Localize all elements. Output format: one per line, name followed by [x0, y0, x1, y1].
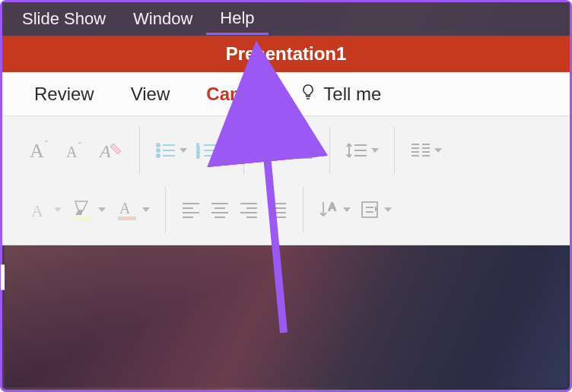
svg-point-9: [157, 154, 160, 157]
columns-button[interactable]: [405, 134, 446, 166]
bullets-button[interactable]: [151, 134, 192, 166]
lightbulb-icon: [299, 83, 317, 106]
menu-window[interactable]: Window: [119, 5, 206, 33]
svg-text:ˆ: ˆ: [45, 140, 48, 150]
svg-text:A: A: [329, 201, 336, 213]
svg-text:A: A: [119, 200, 131, 217]
svg-text:A: A: [66, 144, 78, 160]
font-color-button[interactable]: A: [110, 194, 154, 226]
text-highlight-button[interactable]: [66, 194, 110, 226]
numbering-button[interactable]: 123: [192, 134, 233, 166]
tab-review[interactable]: Review: [16, 79, 113, 109]
align-right-button[interactable]: [234, 194, 263, 226]
text-direction-button[interactable]: A: [314, 194, 355, 226]
svg-point-7: [157, 149, 160, 152]
document-title: Presentation1: [226, 43, 347, 65]
svg-text:A: A: [30, 140, 44, 162]
tell-me[interactable]: Tell me: [291, 78, 389, 110]
decrease-indent-button[interactable]: [255, 134, 287, 166]
tab-camera[interactable]: Camera: [188, 79, 291, 109]
svg-text:A: A: [31, 201, 43, 220]
clear-formatting-button[interactable]: A: [94, 134, 129, 166]
increase-indent-button[interactable]: [287, 134, 319, 166]
increase-font-size-button[interactable]: Aˆ: [24, 134, 59, 166]
app-menubar: Slide Show Window Help: [2, 2, 570, 36]
line-spacing-button[interactable]: [341, 134, 383, 166]
menu-help[interactable]: Help: [206, 4, 268, 35]
tab-view[interactable]: View: [113, 79, 189, 109]
separator: [165, 186, 166, 233]
slide-canvas[interactable]: [5, 245, 567, 387]
separator: [303, 186, 303, 233]
align-justify-button[interactable]: [263, 194, 292, 226]
align-left-button[interactable]: [176, 194, 205, 226]
svg-text:3: 3: [196, 153, 200, 160]
align-text-button[interactable]: [355, 194, 396, 226]
align-center-button[interactable]: [205, 194, 234, 226]
separator: [329, 127, 330, 174]
window-titlebar: Presentation1: [2, 36, 570, 72]
svg-text:A: A: [98, 141, 111, 161]
decrease-font-size-button[interactable]: Aˇ: [59, 134, 94, 166]
ribbon-tabs: Review View Camera Tell me: [2, 72, 570, 116]
svg-rect-39: [118, 217, 136, 220]
svg-text:ˇ: ˇ: [78, 141, 81, 152]
font-style-button[interactable]: A: [24, 194, 66, 226]
svg-point-5: [157, 144, 160, 147]
slide-background: [5, 245, 567, 387]
menu-slide-show[interactable]: Slide Show: [8, 5, 119, 33]
svg-rect-37: [74, 217, 92, 220]
tell-me-label: Tell me: [323, 84, 381, 105]
separator: [394, 127, 395, 174]
ribbon: Aˆ Aˇ A 123: [2, 116, 570, 245]
separator: [243, 127, 244, 174]
separator: [139, 127, 140, 174]
